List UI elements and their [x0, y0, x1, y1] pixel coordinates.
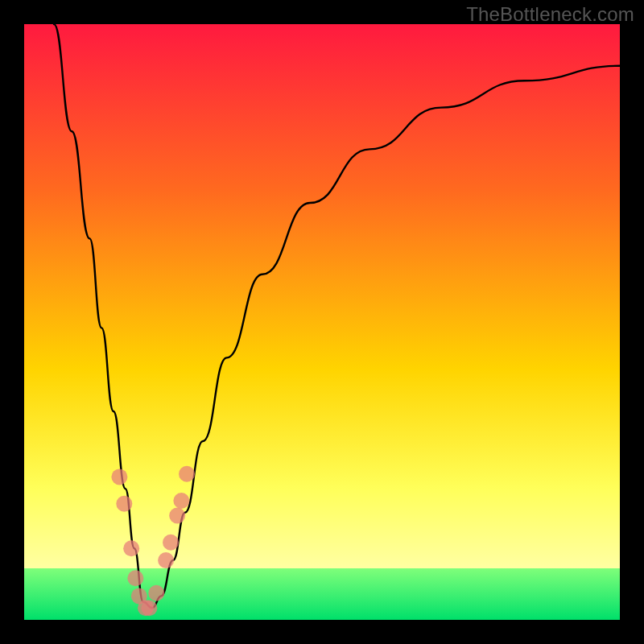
watermark-text: TheBottleneck.com [466, 3, 634, 26]
bottleneck-curve [54, 24, 620, 608]
highlighted-point [179, 466, 195, 482]
highlighted-point [148, 585, 164, 601]
highlighted-point [116, 496, 132, 512]
highlighted-point [169, 508, 185, 524]
highlighted-point [173, 493, 189, 509]
highlighted-point [111, 469, 127, 485]
highlighted-point [123, 540, 139, 556]
highlighted-point [158, 552, 174, 568]
highlighted-point [163, 535, 179, 551]
highlighted-point [141, 600, 157, 616]
plot-area [24, 24, 620, 620]
chart-svg [24, 24, 620, 620]
highlighted-point [127, 570, 143, 586]
chart-frame: TheBottleneck.com [0, 0, 644, 644]
